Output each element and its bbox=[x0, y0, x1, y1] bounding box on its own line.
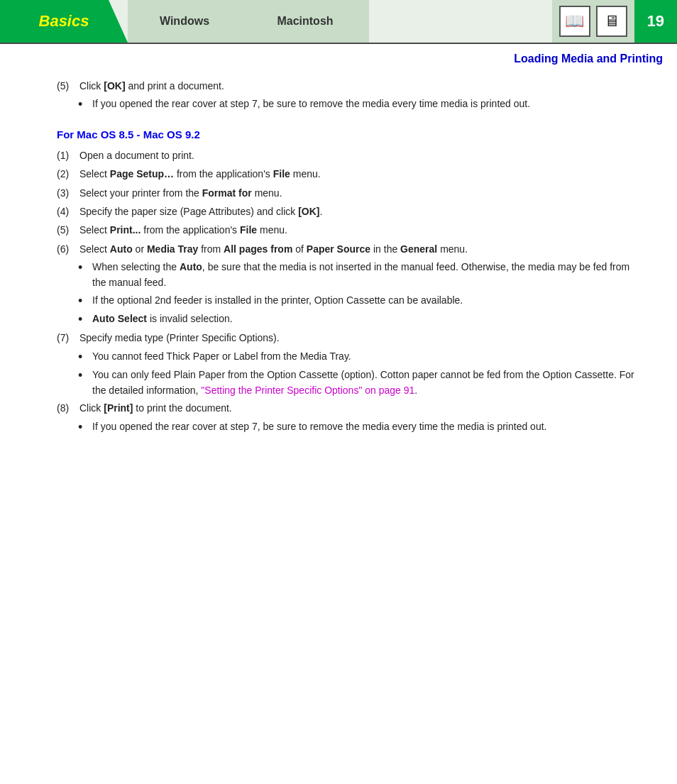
macos-section-heading: For Mac OS 8.5 - Mac OS 9.2 bbox=[57, 126, 634, 143]
step6-bullets: • When selecting the Auto, be sure that … bbox=[78, 260, 634, 328]
nav-icons-area: 📖 🖥 bbox=[552, 0, 634, 43]
step6-text: Select Auto or Media Tray from All pages… bbox=[79, 241, 634, 257]
step7-text: Specify media type (Printer Specific Opt… bbox=[79, 330, 634, 346]
step5-section: (5) Click [OK] and print a document. • I… bbox=[57, 78, 634, 114]
step5-bullets: • If you opened the rear cover at step 7… bbox=[78, 96, 634, 113]
bullet6-2-text: If the optional 2nd feeder is installed … bbox=[92, 293, 634, 309]
book-icon[interactable]: 📖 bbox=[559, 6, 590, 37]
nav-windows-tab[interactable]: Windows bbox=[128, 0, 241, 43]
page-title: Loading Media and Printing bbox=[0, 44, 677, 71]
step6-num: (6) bbox=[57, 241, 77, 257]
bullet7-2: • You can only feed Plain Paper from the… bbox=[78, 368, 634, 398]
step5-ok: [OK] bbox=[104, 80, 125, 92]
step5b-item: (5) Select Print... from the application… bbox=[57, 222, 634, 238]
step3-num: (3) bbox=[57, 185, 77, 201]
step5-item: (5) Click [OK] and print a document. bbox=[57, 78, 634, 94]
bullet5-1: • If you opened the rear cover at step 7… bbox=[78, 96, 634, 113]
bullet7-1: • You cannot feed Thick Paper or Label f… bbox=[78, 349, 634, 365]
step5b-text: Select Print... from the application's F… bbox=[79, 222, 634, 238]
step8-item: (8) Click [Print] to print the document. bbox=[57, 400, 634, 416]
printer-options-link[interactable]: "Setting the Printer Specific Options" o… bbox=[201, 385, 414, 396]
step3-text: Select your printer from the Format for … bbox=[79, 185, 634, 201]
bullet7-1-text: You cannot feed Thick Paper or Label fro… bbox=[92, 349, 634, 365]
step5-num: (5) bbox=[57, 78, 77, 94]
bullet6-3: • Auto Select is invalid selection. bbox=[78, 311, 634, 328]
step2-text: Select Page Setup… from the application'… bbox=[79, 166, 634, 182]
bullet6-2: • If the optional 2nd feeder is installe… bbox=[78, 293, 634, 309]
bullet8-1-text: If you opened the rear cover at step 7, … bbox=[92, 419, 634, 436]
step3-item: (3) Select your printer from the Format … bbox=[57, 185, 634, 201]
bullet5-1-text: If you opened the rear cover at step 7, … bbox=[92, 96, 634, 113]
computer-icon[interactable]: 🖥 bbox=[596, 6, 627, 37]
bullet8-1: • If you opened the rear cover at step 7… bbox=[78, 419, 634, 436]
nav-macintosh-tab[interactable]: Macintosh bbox=[241, 0, 369, 43]
bullet6-3-text: Auto Select is invalid selection. bbox=[92, 311, 634, 328]
step1-item: (1) Open a document to print. bbox=[57, 148, 634, 163]
step7-num: (7) bbox=[57, 330, 77, 346]
step7-bullets: • You cannot feed Thick Paper or Label f… bbox=[78, 349, 634, 399]
step2-item: (2) Select Page Setup… from the applicat… bbox=[57, 166, 634, 182]
nav-macintosh-label: Macintosh bbox=[277, 15, 333, 28]
step4-num: (4) bbox=[57, 204, 77, 219]
page-number: 19 bbox=[634, 0, 677, 43]
step1-num: (1) bbox=[57, 148, 77, 163]
step6-item: (6) Select Auto or Media Tray from All p… bbox=[57, 241, 634, 257]
nav-windows-label: Windows bbox=[160, 15, 209, 28]
bullet6-1-text: When selecting the Auto, be sure that th… bbox=[92, 260, 634, 290]
step1-text: Open a document to print. bbox=[79, 148, 634, 163]
step4-item: (4) Specify the paper size (Page Attribu… bbox=[57, 204, 634, 219]
nav-bar: Basics Windows Macintosh 📖 🖥 19 bbox=[0, 0, 677, 44]
step7-item: (7) Specify media type (Printer Specific… bbox=[57, 330, 634, 346]
main-content: (5) Click [OK] and print a document. • I… bbox=[0, 71, 677, 459]
step8-text: Click [Print] to print the document. bbox=[79, 400, 634, 416]
step4-text: Specify the paper size (Page Attributes)… bbox=[79, 204, 634, 219]
nav-basics-tab[interactable]: Basics bbox=[0, 0, 128, 43]
step5-text: Click [OK] and print a document. bbox=[79, 78, 634, 94]
step8-num: (8) bbox=[57, 400, 77, 416]
bullet6-1: • When selecting the Auto, be sure that … bbox=[78, 260, 634, 290]
bullet7-2-text: You can only feed Plain Paper from the O… bbox=[92, 368, 634, 398]
step8-bullets: • If you opened the rear cover at step 7… bbox=[78, 419, 634, 436]
nav-basics-label: Basics bbox=[39, 12, 89, 31]
step5b-num: (5) bbox=[57, 222, 77, 238]
step2-num: (2) bbox=[57, 166, 77, 182]
